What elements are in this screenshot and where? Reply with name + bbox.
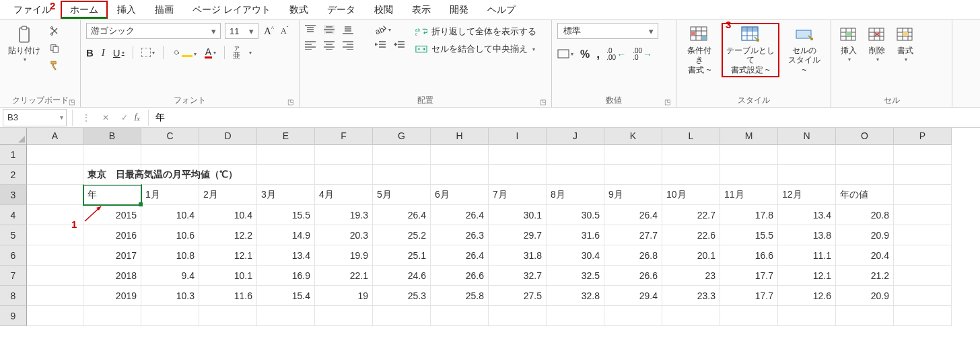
cell-N7[interactable]: 12.1 [778,266,836,286]
left-align-button[interactable] [305,40,316,50]
cell-I6[interactable]: 31.8 [489,245,547,266]
increase-font-button[interactable]: A^ [262,25,275,37]
cell-A7[interactable] [27,266,83,286]
cell-D3[interactable]: 2月 [199,185,257,205]
phonetic-guide-button[interactable]: ア亜 [233,46,240,59]
cell-J1[interactable] [547,145,604,165]
cell-J3[interactable]: 8月 [547,185,604,205]
cell-G6[interactable]: 25.1 [373,245,431,266]
number-format-select[interactable]: 標準 [557,23,658,39]
cell-H9[interactable] [431,306,489,326]
cell-P4[interactable] [894,205,952,225]
font-name-select[interactable]: 游ゴシック [86,23,221,39]
chevron-down-icon[interactable]: ▾ [249,50,252,56]
cell-N5[interactable]: 13.8 [778,225,836,245]
cell-C1[interactable] [141,145,199,165]
cell-K9[interactable] [604,306,662,326]
cell-L8[interactable]: 23.3 [662,286,720,306]
cell-C5[interactable]: 10.6 [141,225,199,245]
cell-J8[interactable]: 32.8 [547,286,604,306]
enter-formula-button[interactable]: ✓ [121,113,128,122]
cell-F1[interactable] [315,145,373,165]
cell-K4[interactable]: 26.4 [604,205,662,225]
cell-E7[interactable]: 16.9 [257,266,315,286]
cell-N2[interactable] [778,165,836,185]
cell-G2[interactable] [373,165,431,185]
cell-H7[interactable]: 26.6 [431,266,489,286]
cell-D9[interactable] [199,306,257,326]
cell-N3[interactable]: 12月 [778,185,836,205]
cell-G5[interactable]: 25.2 [373,225,431,245]
cell-O7[interactable]: 21.2 [836,266,894,286]
cell-D8[interactable]: 11.6 [199,286,257,306]
cell-E8[interactable]: 15.4 [257,286,315,306]
cell-B5[interactable]: 2016 [83,225,141,245]
cell-L1[interactable] [662,145,720,165]
cell-H8[interactable]: 25.8 [431,286,489,306]
cell-L2[interactable] [662,165,720,185]
bold-button[interactable]: B [86,47,94,58]
cell-B7[interactable]: 2018 [83,266,141,286]
cell-B6[interactable]: 2017 [83,245,141,266]
cell-K1[interactable] [604,145,662,165]
cell-J6[interactable]: 30.4 [547,245,604,266]
cell-F9[interactable] [315,306,373,326]
cell-F6[interactable]: 19.9 [315,245,373,266]
copy-button[interactable] [47,42,62,54]
delete-cells-button[interactable]: 削除▾ [865,23,889,66]
tab-view[interactable]: 表示 [403,1,440,19]
font-size-select[interactable]: 11 [225,23,258,39]
cell-C6[interactable]: 10.8 [141,245,199,266]
cell-A3[interactable] [27,185,83,205]
cell-F4[interactable]: 19.3 [315,205,373,225]
cell-D5[interactable]: 12.2 [199,225,257,245]
cell-J5[interactable]: 31.6 [547,225,604,245]
middle-align-button[interactable] [324,25,335,34]
tab-home[interactable]: ホーム [61,1,108,19]
cell-L4[interactable]: 22.7 [662,205,720,225]
col-header-E[interactable]: E [257,128,315,145]
col-header-P[interactable]: P [894,128,952,145]
tab-insert[interactable]: 挿入 [108,1,145,19]
cell-K2[interactable] [604,165,662,185]
cell-M3[interactable]: 11月 [720,185,778,205]
col-header-K[interactable]: K [604,128,662,145]
cell-H1[interactable] [431,145,489,165]
cell-O2[interactable] [836,165,894,185]
orientation-button[interactable]: ab▾ [375,24,391,35]
col-header-G[interactable]: G [373,128,431,145]
cell-F2[interactable] [315,165,373,185]
col-header-D[interactable]: D [199,128,257,145]
cell-H2[interactable] [431,165,489,185]
col-header-M[interactable]: M [720,128,778,145]
cell-O6[interactable]: 20.4 [836,245,894,266]
tab-file[interactable]: ファイル [4,1,61,19]
col-header-A[interactable]: A [27,128,83,145]
tab-draw[interactable]: 描画 [145,1,183,19]
decrease-indent-button[interactable] [375,40,386,50]
comma-button[interactable]: , [596,47,600,61]
row-header-4[interactable]: 4 [0,205,27,225]
select-all-corner[interactable] [0,128,27,145]
cell-D7[interactable]: 10.1 [199,266,257,286]
cell-G8[interactable]: 25.3 [373,286,431,306]
accounting-format-button[interactable]: ▾ [557,49,573,60]
cell-I5[interactable]: 29.7 [489,225,547,245]
tab-formulas[interactable]: 数式 [280,1,318,19]
row-header-5[interactable]: 5 [0,225,27,245]
cell-J2[interactable] [547,165,604,185]
fx-icon[interactable]: fx [135,112,140,122]
cell-O5[interactable]: 20.9 [836,225,894,245]
col-header-O[interactable]: O [836,128,894,145]
cell-B4[interactable]: 2015 [83,205,141,225]
format-cells-button[interactable]: 書式▾ [893,23,917,66]
cell-P5[interactable] [894,225,952,245]
merge-center-button[interactable]: セルを結合して中央揃え▾ [415,43,536,55]
cell-G3[interactable]: 5月 [373,185,431,205]
cell-A9[interactable] [27,306,83,326]
cell-C8[interactable]: 10.3 [141,286,199,306]
tab-review[interactable]: 校閲 [365,1,403,19]
cell-J4[interactable]: 30.5 [547,205,604,225]
italic-button[interactable]: I [102,47,105,58]
row-header-9[interactable]: 9 [0,306,27,326]
